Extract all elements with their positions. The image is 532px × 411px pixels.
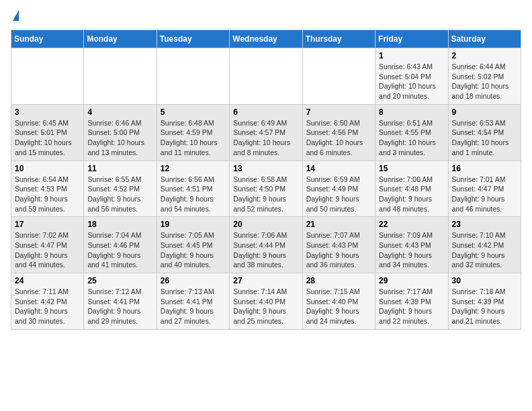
day-detail: Sunrise: 6:50 AM Sunset: 4:56 PM Dayligh… <box>306 118 371 158</box>
calendar-cell: 27Sunrise: 7:14 AM Sunset: 4:40 PM Dayli… <box>230 273 302 330</box>
day-detail: Sunrise: 6:56 AM Sunset: 4:51 PM Dayligh… <box>161 175 226 214</box>
calendar-cell: 18Sunrise: 7:04 AM Sunset: 4:46 PM Dayli… <box>84 217 157 273</box>
day-detail: Sunrise: 6:54 AM Sunset: 4:53 PM Dayligh… <box>15 175 80 214</box>
weekday-header: Friday <box>375 30 448 48</box>
calendar-week-row: 24Sunrise: 7:11 AM Sunset: 4:42 PM Dayli… <box>11 273 521 330</box>
calendar-week-row: 1Sunrise: 6:43 AM Sunset: 5:04 PM Daylig… <box>11 48 521 105</box>
calendar-cell: 5Sunrise: 6:48 AM Sunset: 4:59 PM Daylig… <box>157 104 229 161</box>
day-detail: Sunrise: 6:44 AM Sunset: 5:02 PM Dayligh… <box>452 62 517 101</box>
calendar-cell: 3Sunrise: 6:45 AM Sunset: 5:01 PM Daylig… <box>11 104 84 161</box>
day-number: 10 <box>15 164 80 173</box>
logo <box>11 11 19 21</box>
calendar-cell: 26Sunrise: 7:13 AM Sunset: 4:41 PM Dayli… <box>157 273 229 330</box>
day-number: 18 <box>87 220 152 229</box>
calendar-cell: 9Sunrise: 6:53 AM Sunset: 4:54 PM Daylig… <box>448 104 521 161</box>
day-number: 16 <box>452 164 517 173</box>
day-number: 13 <box>233 164 298 173</box>
calendar-cell: 15Sunrise: 7:00 AM Sunset: 4:48 PM Dayli… <box>375 161 448 217</box>
calendar-week-row: 10Sunrise: 6:54 AM Sunset: 4:53 PM Dayli… <box>11 161 521 217</box>
day-number: 17 <box>15 220 80 229</box>
calendar-cell: 8Sunrise: 6:51 AM Sunset: 4:55 PM Daylig… <box>375 104 448 161</box>
day-number: 6 <box>233 107 298 117</box>
day-number: 5 <box>161 107 226 117</box>
day-detail: Sunrise: 7:11 AM Sunset: 4:42 PM Dayligh… <box>15 287 80 326</box>
weekday-header: Wednesday <box>230 30 302 48</box>
calendar-week-row: 3Sunrise: 6:45 AM Sunset: 5:01 PM Daylig… <box>11 104 521 161</box>
day-detail: Sunrise: 6:55 AM Sunset: 4:52 PM Dayligh… <box>87 175 152 214</box>
calendar-cell: 21Sunrise: 7:07 AM Sunset: 4:43 PM Dayli… <box>302 217 375 273</box>
calendar-week-row: 17Sunrise: 7:02 AM Sunset: 4:47 PM Dayli… <box>11 217 521 273</box>
day-detail: Sunrise: 7:17 AM Sunset: 4:39 PM Dayligh… <box>379 287 444 326</box>
day-number: 15 <box>379 164 444 173</box>
day-number: 20 <box>233 220 298 229</box>
calendar-header-row: SundayMondayTuesdayWednesdayThursdayFrid… <box>11 30 521 48</box>
calendar-cell: 24Sunrise: 7:11 AM Sunset: 4:42 PM Dayli… <box>11 273 84 330</box>
calendar-cell: 6Sunrise: 6:49 AM Sunset: 4:57 PM Daylig… <box>230 104 302 161</box>
calendar-cell: 10Sunrise: 6:54 AM Sunset: 4:53 PM Dayli… <box>11 161 84 217</box>
calendar-cell: 4Sunrise: 6:46 AM Sunset: 5:00 PM Daylig… <box>84 104 157 161</box>
day-detail: Sunrise: 7:13 AM Sunset: 4:41 PM Dayligh… <box>161 287 226 326</box>
weekday-header: Sunday <box>11 30 84 48</box>
day-detail: Sunrise: 7:10 AM Sunset: 4:42 PM Dayligh… <box>452 230 517 270</box>
calendar-cell: 23Sunrise: 7:10 AM Sunset: 4:42 PM Dayli… <box>448 217 521 273</box>
calendar-cell: 11Sunrise: 6:55 AM Sunset: 4:52 PM Dayli… <box>84 161 157 217</box>
day-detail: Sunrise: 7:06 AM Sunset: 4:44 PM Dayligh… <box>233 230 298 270</box>
day-detail: Sunrise: 7:15 AM Sunset: 4:40 PM Dayligh… <box>306 287 371 326</box>
calendar-cell: 20Sunrise: 7:06 AM Sunset: 4:44 PM Dayli… <box>230 217 302 273</box>
day-number: 7 <box>306 107 371 117</box>
weekday-header: Thursday <box>302 30 375 48</box>
day-number: 29 <box>379 276 444 285</box>
day-number: 9 <box>452 107 517 117</box>
day-number: 27 <box>233 276 298 285</box>
calendar-cell: 30Sunrise: 7:18 AM Sunset: 4:39 PM Dayli… <box>448 273 521 330</box>
calendar-cell: 25Sunrise: 7:12 AM Sunset: 4:41 PM Dayli… <box>84 273 157 330</box>
day-detail: Sunrise: 7:02 AM Sunset: 4:47 PM Dayligh… <box>15 230 80 270</box>
calendar-cell: 17Sunrise: 7:02 AM Sunset: 4:47 PM Dayli… <box>11 217 84 273</box>
day-number: 4 <box>87 107 152 117</box>
day-detail: Sunrise: 6:46 AM Sunset: 5:00 PM Dayligh… <box>87 118 152 158</box>
day-number: 25 <box>87 276 152 285</box>
day-number: 3 <box>15 107 80 117</box>
weekday-header: Saturday <box>448 30 521 48</box>
day-number: 22 <box>379 220 444 229</box>
weekday-header: Monday <box>84 30 157 48</box>
calendar-cell: 16Sunrise: 7:01 AM Sunset: 4:47 PM Dayli… <box>448 161 521 217</box>
calendar-cell: 22Sunrise: 7:09 AM Sunset: 4:43 PM Dayli… <box>375 217 448 273</box>
calendar-cell: 2Sunrise: 6:44 AM Sunset: 5:02 PM Daylig… <box>448 48 521 105</box>
day-number: 19 <box>161 220 226 229</box>
day-detail: Sunrise: 7:09 AM Sunset: 4:43 PM Dayligh… <box>379 230 444 270</box>
calendar-cell: 28Sunrise: 7:15 AM Sunset: 4:40 PM Dayli… <box>302 273 375 330</box>
day-number: 24 <box>15 276 80 285</box>
calendar-cell: 7Sunrise: 6:50 AM Sunset: 4:56 PM Daylig… <box>302 104 375 161</box>
calendar-cell: 14Sunrise: 6:59 AM Sunset: 4:49 PM Dayli… <box>302 161 375 217</box>
calendar-cell <box>157 48 229 105</box>
calendar-cell: 19Sunrise: 7:05 AM Sunset: 4:45 PM Dayli… <box>157 217 229 273</box>
day-detail: Sunrise: 7:14 AM Sunset: 4:40 PM Dayligh… <box>233 287 298 326</box>
day-detail: Sunrise: 7:04 AM Sunset: 4:46 PM Dayligh… <box>87 230 152 270</box>
day-detail: Sunrise: 6:51 AM Sunset: 4:55 PM Dayligh… <box>379 118 444 158</box>
day-detail: Sunrise: 6:43 AM Sunset: 5:04 PM Dayligh… <box>379 62 444 101</box>
day-number: 12 <box>161 164 226 173</box>
day-detail: Sunrise: 7:00 AM Sunset: 4:48 PM Dayligh… <box>379 175 444 214</box>
calendar-cell: 12Sunrise: 6:56 AM Sunset: 4:51 PM Dayli… <box>157 161 229 217</box>
calendar-cell <box>230 48 302 105</box>
calendar-cell <box>302 48 375 105</box>
day-number: 8 <box>379 107 444 117</box>
calendar-cell: 13Sunrise: 6:58 AM Sunset: 4:50 PM Dayli… <box>230 161 302 217</box>
day-detail: Sunrise: 7:07 AM Sunset: 4:43 PM Dayligh… <box>306 230 371 270</box>
day-detail: Sunrise: 7:18 AM Sunset: 4:39 PM Dayligh… <box>452 287 517 326</box>
day-number: 14 <box>306 164 371 173</box>
day-detail: Sunrise: 6:53 AM Sunset: 4:54 PM Dayligh… <box>452 118 517 158</box>
day-detail: Sunrise: 6:49 AM Sunset: 4:57 PM Dayligh… <box>233 118 298 158</box>
day-detail: Sunrise: 6:48 AM Sunset: 4:59 PM Dayligh… <box>161 118 226 158</box>
weekday-header: Tuesday <box>157 30 229 48</box>
day-detail: Sunrise: 7:12 AM Sunset: 4:41 PM Dayligh… <box>87 287 152 326</box>
calendar-cell <box>11 48 84 105</box>
logo-triangle-icon <box>13 10 19 21</box>
calendar-cell: 1Sunrise: 6:43 AM Sunset: 5:04 PM Daylig… <box>375 48 448 105</box>
day-detail: Sunrise: 6:58 AM Sunset: 4:50 PM Dayligh… <box>233 175 298 214</box>
day-number: 21 <box>306 220 371 229</box>
day-number: 23 <box>452 220 517 229</box>
day-detail: Sunrise: 7:05 AM Sunset: 4:45 PM Dayligh… <box>161 230 226 270</box>
day-number: 2 <box>452 51 517 60</box>
